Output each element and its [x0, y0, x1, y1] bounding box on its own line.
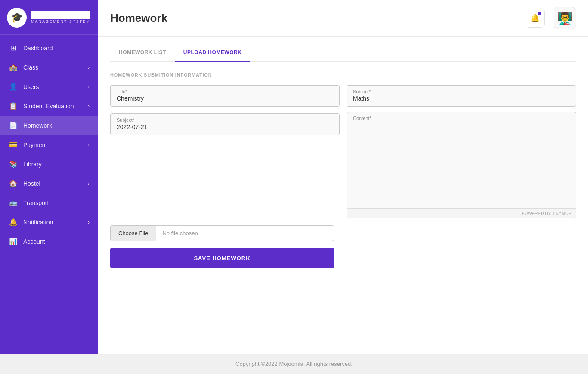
- sidebar-logo[interactable]: 🎓 WP SCHOOL MANAGEMENT SYSTEM: [0, 0, 98, 35]
- chevron-icon: ›: [88, 64, 90, 71]
- sidebar: 🎓 WP SCHOOL MANAGEMENT SYSTEM ⊞ Dashboar…: [0, 0, 98, 354]
- nav-label-class: Class: [23, 64, 38, 71]
- header-actions: 🔔 👨‍🏫: [526, 7, 576, 29]
- footer-text: Copyright ©2022 Mojoomla. All rights res…: [235, 361, 353, 367]
- chevron-icon: ›: [88, 84, 90, 90]
- nav-label-dashboard: Dashboard: [23, 45, 53, 52]
- tinymce-bar: POWERED BY TINYMCE: [347, 208, 576, 218]
- file-row: Choose File No file chosen: [110, 225, 576, 241]
- form-left: Title* Chemistry Subject* 2022-07-21: [110, 85, 340, 135]
- subject-date-value: 2022-07-21: [117, 123, 333, 130]
- chevron-icon: ›: [88, 142, 90, 148]
- subject-date-label: Subject*: [117, 117, 333, 123]
- nav-label-notification: Notification: [23, 219, 53, 226]
- nav-label-homework: Homework: [23, 122, 52, 129]
- sidebar-item-hostel[interactable]: 🏠 Hostel ›: [0, 174, 98, 193]
- nav-label-users: Users: [23, 83, 39, 90]
- nav-label-hostel: Hostel: [23, 180, 40, 187]
- logo-main: WP SCHOOL: [31, 11, 90, 19]
- sidebar-item-users[interactable]: 👤 Users ›: [0, 77, 98, 96]
- nav-icon-users: 👤: [9, 83, 18, 91]
- save-homework-button[interactable]: SAVE HOMEWORK: [110, 248, 334, 268]
- tab-homework-list[interactable]: HOMEWORK LIST: [110, 45, 175, 62]
- nav-icon-payment: 💳: [9, 141, 18, 149]
- tinymce-label: POWERED BY TINYMCE: [522, 211, 571, 216]
- avatar-button[interactable]: 👨‍🏫: [554, 7, 576, 29]
- file-name-display: No file chosen: [156, 226, 334, 241]
- section-heading: HOMEWORK SUBMITION INFORMATION: [110, 72, 576, 77]
- choose-file-button[interactable]: Choose File: [111, 226, 156, 241]
- sidebar-item-notification[interactable]: 🔔 Notification ›: [0, 212, 98, 232]
- subject-value: Maths: [353, 95, 569, 102]
- main-content: Homework 🔔 👨‍🏫 HOMEWORK LIST UPLOAD HOME…: [98, 0, 588, 354]
- chevron-icon: ›: [88, 181, 90, 187]
- logo-emoji: 🎓: [11, 12, 23, 23]
- page-title: Homework: [110, 12, 167, 25]
- nav-icon-notification: 🔔: [9, 218, 18, 226]
- header: Homework 🔔 👨‍🏫: [98, 0, 588, 37]
- chevron-icon: ›: [88, 219, 90, 225]
- nav-label-payment: Payment: [23, 141, 47, 148]
- content-area: HOMEWORK LIST UPLOAD HOMEWORK HOMEWORK S…: [98, 37, 588, 354]
- subject-label: Subject*: [353, 89, 569, 94]
- content-label: Content*: [347, 112, 576, 121]
- tab-upload-homework[interactable]: UPLOAD HOMEWORK: [175, 45, 251, 62]
- sidebar-item-dashboard[interactable]: ⊞ Dashboard: [0, 38, 98, 58]
- nav-label-account: Account: [23, 238, 45, 245]
- title-label: Title*: [117, 89, 333, 94]
- sidebar-item-account[interactable]: 📊 Account: [0, 232, 98, 251]
- sidebar-item-homework[interactable]: 📄 Homework: [0, 116, 98, 135]
- content-field: Content* POWERED BY TINYMCE: [347, 112, 576, 218]
- logo-icon: 🎓: [7, 8, 27, 28]
- sidebar-nav: ⊞ Dashboard 🏫 Class › 👤 Users › 📋 Studen…: [0, 35, 98, 354]
- nav-label-library: Library: [23, 161, 42, 168]
- avatar-icon: 👨‍🏫: [557, 11, 573, 25]
- sidebar-item-transport[interactable]: 🚌 Transport: [0, 193, 98, 212]
- tab-bar: HOMEWORK LIST UPLOAD HOMEWORK: [110, 45, 576, 62]
- content-textarea[interactable]: [347, 121, 576, 207]
- nav-label-transport: Transport: [23, 199, 49, 206]
- sidebar-item-payment[interactable]: 💳 Payment ›: [0, 135, 98, 154]
- notification-badge: [538, 12, 541, 15]
- sidebar-item-library[interactable]: 📚 Library: [0, 154, 98, 174]
- footer: Copyright ©2022 Mojoomla. All rights res…: [0, 354, 588, 374]
- title-field: Title* Chemistry: [110, 85, 340, 107]
- sidebar-item-class[interactable]: 🏫 Class ›: [0, 58, 98, 77]
- chevron-icon: ›: [88, 103, 90, 109]
- nav-icon-account: 📊: [9, 237, 18, 245]
- file-input-wrapper: Choose File No file chosen: [110, 225, 334, 241]
- nav-icon-student-evaluation: 📋: [9, 102, 18, 110]
- nav-icon-transport: 🚌: [9, 199, 18, 207]
- nav-icon-library: 📚: [9, 160, 18, 168]
- subject-date-field: Subject* 2022-07-21: [110, 113, 340, 135]
- title-value: Chemistry: [117, 95, 333, 102]
- header-divider: [549, 9, 549, 28]
- nav-icon-dashboard: ⊞: [9, 44, 18, 52]
- logo-sub: MANAGEMENT SYSTEM: [31, 19, 90, 24]
- notification-button[interactable]: 🔔: [526, 9, 545, 28]
- nav-icon-hostel: 🏠: [9, 179, 18, 187]
- form-right: Subject* Maths Content* POWERED BY TINYM…: [347, 85, 576, 218]
- form-grid: Title* Chemistry Subject* 2022-07-21 Sub…: [110, 85, 576, 218]
- nav-icon-homework: 📄: [9, 121, 18, 129]
- logo-text: WP SCHOOL MANAGEMENT SYSTEM: [31, 11, 90, 24]
- nav-icon-class: 🏫: [9, 63, 18, 71]
- sidebar-item-student-evaluation[interactable]: 📋 Student Evaluation ›: [0, 96, 98, 116]
- subject-field: Subject* Maths: [347, 85, 576, 107]
- nav-label-student-evaluation: Student Evaluation: [23, 103, 74, 110]
